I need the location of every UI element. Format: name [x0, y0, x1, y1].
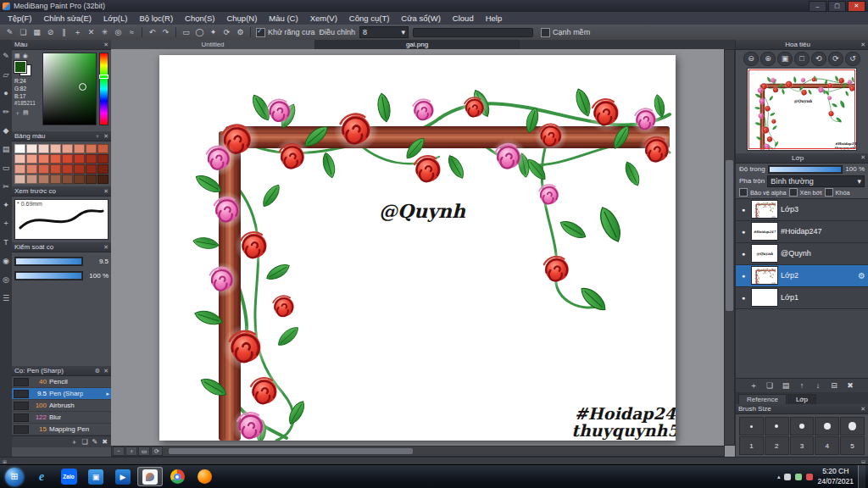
eyedropper-tool-icon[interactable]: ◉	[1, 255, 12, 266]
select-rect-icon[interactable]: ▭	[180, 26, 192, 38]
close-icon[interactable]: ✕	[103, 244, 108, 251]
palette-swatch[interactable]	[14, 144, 25, 153]
brush-item[interactable]: 122 Blur	[12, 412, 111, 424]
gear-icon[interactable]: ⚙	[95, 368, 100, 374]
palette-swatch[interactable]	[97, 164, 108, 174]
palette-swatch[interactable]	[50, 164, 61, 174]
palette-swatch[interactable]	[38, 154, 49, 164]
snap-radial-icon[interactable]: ✳	[98, 26, 111, 38]
palette-swatch[interactable]	[62, 144, 73, 153]
menu-view[interactable]: Xem(V)	[304, 12, 343, 25]
layer-row[interactable]: ● @Quynh @Quynh	[736, 243, 868, 265]
palette-swatch[interactable]	[62, 175, 73, 184]
hand-tool-icon[interactable]: ☰	[1, 292, 12, 303]
transform-icon[interactable]: ⟳	[220, 26, 233, 38]
correction-select[interactable]: 8 ▾	[359, 26, 409, 38]
palette-swatch[interactable]	[62, 164, 73, 174]
minimize-button[interactable]: –	[809, 1, 826, 12]
rotate-right-icon[interactable]: ⟳	[828, 52, 843, 66]
tab-gai-png[interactable]: gai.png	[315, 40, 520, 49]
brush-size-value[interactable]: 2	[765, 436, 789, 455]
antialias-checkbox[interactable]	[256, 28, 265, 37]
menu-tools[interactable]: Công cụ(T)	[343, 12, 396, 25]
dock-toggle-left-icon[interactable]: ⊞	[3, 458, 7, 464]
canvas-viewport[interactable]	[111, 49, 725, 446]
brush-control-header[interactable]: Kiểm soát cọ ✕	[12, 242, 111, 252]
palette-swatch[interactable]	[86, 175, 97, 184]
zoom-100-icon[interactable]: □	[794, 52, 810, 66]
redo-icon[interactable]: ↷	[159, 26, 172, 38]
menu-window[interactable]: Cửa sổ(W)	[395, 12, 446, 25]
palette-swatch[interactable]	[26, 154, 37, 164]
brush-size-preset[interactable]	[739, 417, 764, 435]
add-icon[interactable]: ＋	[94, 132, 100, 141]
clipping-checkbox[interactable]	[789, 188, 798, 197]
palette-swatch[interactable]	[97, 175, 108, 184]
layer-visibility-icon[interactable]: ●	[738, 207, 748, 213]
navigator-header[interactable]: Hoa tiêu ✕	[736, 40, 868, 50]
layer-folder-icon[interactable]: ▤	[780, 380, 793, 391]
rotate-view-button[interactable]: ⟳	[151, 446, 163, 456]
palette-swatch[interactable]	[74, 164, 85, 174]
protect-alpha-checkbox[interactable]	[739, 188, 748, 197]
gradient-tool-icon[interactable]: ▤	[1, 143, 12, 154]
layer-visibility-icon[interactable]: ●	[738, 295, 748, 301]
horizontal-scrollbar[interactable]: － ＋ ▭ ⟳	[111, 446, 725, 457]
rotate-left-icon[interactable]: ⟲	[811, 52, 826, 66]
start-button[interactable]: ⊞	[5, 468, 24, 486]
eraser-tool-icon[interactable]: ▱	[1, 69, 12, 80]
layer-row-selected[interactable]: ● Lớp2 ⚙	[736, 265, 868, 287]
palette-swatch[interactable]	[62, 154, 73, 164]
magic-wand-tool-icon[interactable]: ✦	[1, 199, 12, 210]
dot-pen-tool-icon[interactable]: ●	[1, 87, 12, 98]
brush-size-preset[interactable]	[815, 417, 839, 435]
brush-size-value[interactable]: 1	[739, 436, 764, 455]
palette-swatch[interactable]	[26, 164, 37, 174]
palette-swatch[interactable]	[86, 154, 97, 164]
soft-edge-checkbox[interactable]	[541, 28, 550, 37]
correction-slider[interactable]	[413, 28, 533, 37]
show-desktop-button[interactable]	[858, 465, 865, 488]
move-layer-up-icon[interactable]: ↑	[796, 380, 809, 391]
layer-row[interactable]: ● Lớp3	[736, 199, 868, 221]
snap-parallel-icon[interactable]: ∥	[58, 26, 70, 38]
palette-swatch[interactable]	[86, 164, 97, 174]
select-tool-icon[interactable]: ▭	[1, 162, 12, 173]
select-polygon-icon[interactable]: ✦	[207, 26, 220, 38]
color-list-icon[interactable]: ▤	[23, 109, 29, 118]
brush-size-preset[interactable]	[840, 417, 865, 435]
layer-row[interactable]: ● Lớp1	[736, 287, 868, 309]
layer-visibility-icon[interactable]: ●	[738, 251, 748, 257]
dock-toggle-right-icon[interactable]: ⊟	[861, 458, 865, 464]
menu-help[interactable]: Help	[480, 12, 509, 25]
fit-window-icon[interactable]: ▣	[777, 52, 793, 66]
network-icon[interactable]	[784, 474, 791, 480]
menu-cloud[interactable]: Cloud	[447, 12, 480, 25]
snap-off-icon[interactable]: ⊘	[44, 26, 57, 38]
brush-size-value[interactable]: 3	[790, 436, 815, 455]
brush-item[interactable]: 100 Airbrush	[12, 400, 111, 412]
zoom-in-button[interactable]: ＋	[125, 446, 137, 456]
brush-tool-icon[interactable]: ✎	[1, 50, 12, 61]
palette-swatch[interactable]	[97, 144, 108, 153]
zoom-out-icon[interactable]: ⊖	[743, 52, 759, 66]
move-tool-icon[interactable]: ＋	[1, 218, 12, 229]
close-icon[interactable]: ✕	[103, 368, 108, 374]
brush-size-value[interactable]: 5	[840, 436, 865, 455]
palette-swatch[interactable]	[97, 154, 108, 164]
palette-swatch[interactable]	[38, 175, 49, 184]
taskbar-zalo[interactable]: Zalo	[56, 467, 81, 486]
close-icon[interactable]: ✕	[860, 42, 865, 48]
menu-layer[interactable]: Lớp(L)	[97, 12, 133, 25]
undo-icon[interactable]: ↶	[146, 26, 159, 38]
duplicate-brush-icon[interactable]: ❏	[81, 438, 87, 446]
brush-item[interactable]: 40 Pencil	[12, 376, 111, 388]
close-icon[interactable]: ✕	[103, 42, 108, 48]
palette-swatch[interactable]	[50, 154, 61, 164]
layer-opacity-slider[interactable]	[768, 165, 843, 174]
foreground-color-swatch[interactable]	[14, 61, 26, 73]
blend-mode-select[interactable]: Bình thường ▾	[767, 175, 865, 187]
zoom-tool-icon[interactable]: ◎	[1, 274, 12, 285]
fg-bg-swatches[interactable]	[14, 61, 31, 76]
volume-icon[interactable]	[795, 474, 802, 480]
